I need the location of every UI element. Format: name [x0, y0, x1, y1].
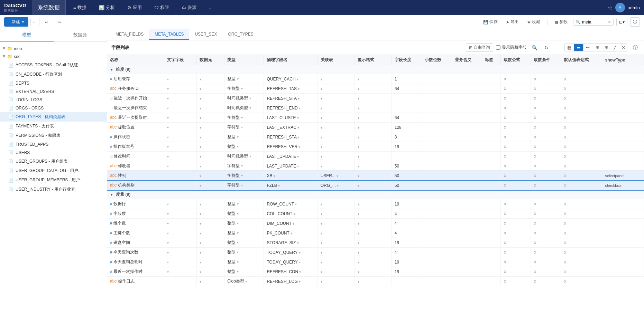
search-input[interactable]: [582, 20, 606, 25]
field-text[interactable]: [164, 277, 197, 286]
field-type[interactable]: 字符型 ▾: [224, 84, 264, 94]
field-phys[interactable]: LAST_UPDATE ▾: [264, 161, 318, 171]
sidebar-item-trusted-apps[interactable]: 📄 TRUSTED_APPS: [0, 140, 107, 149]
field-format[interactable]: ▾: [355, 171, 392, 181]
field-phys[interactable]: LAST_EXTRAC ▾: [264, 123, 318, 132]
field-text[interactable]: ▾: [164, 132, 197, 142]
field-text[interactable]: ▾: [164, 267, 197, 277]
nav-item-data[interactable]: ≡ 数据: [68, 0, 91, 15]
nav-item-more[interactable]: ···: [204, 0, 218, 15]
field-elem[interactable]: ▾: [196, 123, 224, 132]
field-text[interactable]: ▾: [164, 228, 197, 238]
field-phys[interactable]: FZLB ▾: [264, 181, 318, 190]
field-type[interactable]: 整型 ▾: [224, 267, 264, 277]
field-text[interactable]: ▾: [164, 113, 197, 123]
sidebar-item-payments[interactable]: 📄 PAYMENTS - 支付表: [0, 122, 107, 131]
field-format[interactable]: ▾: [355, 152, 392, 161]
field-text[interactable]: ▾: [164, 219, 197, 228]
info-header-button[interactable]: ⓘ: [631, 44, 640, 52]
field-text[interactable]: ▾: [164, 161, 197, 171]
view-tree-button[interactable]: ⊷: [583, 44, 593, 51]
field-text[interactable]: ▾: [164, 257, 197, 267]
tab-model[interactable]: 模型: [0, 29, 54, 41]
nav-item-analysis[interactable]: 📊 分析: [94, 0, 120, 15]
sidebar-item-external-users[interactable]: 📄 EXTERNAL_USERS: [0, 87, 107, 96]
field-format[interactable]: ▾: [355, 267, 392, 277]
info-button[interactable]: ⓘ: [630, 17, 640, 27]
field-elem[interactable]: ▾: [196, 238, 224, 248]
table-row[interactable]: # 今天查询次数 ▾ ▾ 整型 ▾ TODAY_QUERY ▾ ▾ ▾ 4 X: [107, 248, 644, 257]
tab-user-sex[interactable]: USER_SEX: [189, 29, 222, 40]
field-relation[interactable]: ▾: [318, 228, 355, 238]
field-relation[interactable]: ▾: [318, 267, 355, 277]
field-phys[interactable]: TODAY_QUERY ▾: [264, 248, 318, 257]
search-clear-icon[interactable]: ✕: [608, 20, 611, 25]
field-format[interactable]: ▾: [355, 84, 392, 94]
field-relation[interactable]: ▾: [318, 113, 355, 123]
sidebar-folder-mon[interactable]: ▶ 📁 mon: [0, 45, 107, 52]
field-format[interactable]: ▾: [355, 238, 392, 248]
refresh-button[interactable]: ↻: [542, 44, 551, 51]
view-grid-button[interactable]: ▦: [565, 44, 574, 51]
sidebar-folder-sec[interactable]: ▶ 📁 sec: [0, 52, 107, 60]
field-format[interactable]: ▾: [355, 248, 392, 257]
table-row[interactable]: # 磁盘空间 ▾ ▾ 整型 ▾ STORAGE_SIZ ▾ ▾ ▾ 19 X: [107, 238, 644, 248]
table-row[interactable]: # 操作状态 ▾ ▾ 整型 ▾ REFRESH_STA ▾ ▾ ▾ 8 X: [107, 132, 644, 142]
field-phys[interactable]: DIM_COUNT ▾: [264, 219, 318, 228]
field-phys[interactable]: REFRESH_CON ▾: [264, 267, 318, 277]
table-row[interactable]: □ 修改时间 ▾ ▾ 时间戳类型 ▾ LAST_UPDATE ▾ ▾ ▾ X: [107, 152, 644, 161]
field-format[interactable]: ▾: [355, 132, 392, 142]
view-chart3-button[interactable]: ╱: [611, 44, 619, 51]
field-format[interactable]: ▾: [355, 94, 392, 103]
field-elem[interactable]: ▾: [196, 248, 224, 257]
field-text[interactable]: [164, 171, 197, 181]
field-type[interactable]: 整型 ▾: [224, 199, 264, 209]
options-button[interactable]: ···: [553, 44, 562, 51]
sidebar-item-cn-adcode[interactable]: 📄 CN_ADCODE - 行政区划: [0, 70, 107, 79]
field-phys[interactable]: REFRESH_STA ▾: [264, 132, 318, 142]
field-type[interactable]: 字符型 ▾: [224, 161, 264, 171]
field-elem[interactable]: ▾: [196, 103, 224, 113]
field-format[interactable]: ▾: [355, 228, 392, 238]
field-format[interactable]: ▾: [355, 181, 392, 190]
field-relation[interactable]: ▾: [318, 132, 355, 142]
field-relation[interactable]: ▾: [318, 209, 355, 219]
field-text[interactable]: ▾: [164, 74, 197, 84]
sidebar-item-user-group-catalog[interactable]: 📄 USER_GROUP_CATALOG - 用户...: [0, 166, 107, 175]
field-type[interactable]: 整型 ▾: [224, 257, 264, 267]
field-type[interactable]: 整型 ▾: [224, 132, 264, 142]
nav-item-app[interactable]: ⚙ 应用: [122, 0, 147, 15]
sidebar-item-orgs[interactable]: 📄 ORGS - ORGS: [0, 104, 107, 112]
field-phys[interactable]: LAST_UPDATE ▾: [264, 152, 318, 161]
field-elem[interactable]: ▾: [196, 152, 224, 161]
field-type[interactable]: 时间戳类型 ▾: [224, 152, 264, 161]
show-hidden-checkbox[interactable]: [496, 45, 500, 50]
field-type[interactable]: 字符型 ▾: [224, 171, 264, 181]
table-row[interactable]: abc 最近一次提取时 ▾ ▾ 字符型 ▾ LAST_CLUSTE ▾ ▾ ▾ …: [107, 113, 644, 123]
field-format[interactable]: ▾: [355, 103, 392, 113]
field-relation[interactable]: ▾: [318, 277, 355, 286]
field-type[interactable]: 整型 ▾: [224, 142, 264, 152]
field-phys[interactable]: REFRESH_VER ▾: [264, 142, 318, 152]
field-format[interactable]: ▾: [355, 142, 392, 152]
field-relation[interactable]: ▾: [318, 123, 355, 132]
field-relation[interactable]: ▾: [318, 94, 355, 103]
collect-action[interactable]: ★ 收藏: [524, 18, 543, 26]
field-elem[interactable]: ▾: [196, 228, 224, 238]
field-format[interactable]: ▾: [355, 219, 392, 228]
field-format[interactable]: ▾: [355, 113, 392, 123]
field-relation[interactable]: USER... ▾: [318, 171, 355, 181]
more-options-button[interactable]: ···: [30, 18, 39, 26]
field-elem[interactable]: ▾: [196, 113, 224, 123]
field-text[interactable]: ▾: [164, 123, 197, 132]
table-row[interactable]: abc 操作日志 ▾ Clob类型 ▾ REFRESH_LOG ▾ ▾ ▾ X: [107, 277, 644, 286]
field-phys[interactable]: STORAGE_SIZ ▾: [264, 238, 318, 248]
table-row[interactable]: abc 修改者 ▾ ▾ 字符型 ▾ LAST_UPDATE ▾ ▾ ▾ 50 X: [107, 161, 644, 171]
new-button[interactable]: + 新建 ▼: [4, 17, 28, 27]
field-text[interactable]: ▾: [164, 209, 197, 219]
field-phys[interactable]: REFRESH_LOG ▾: [264, 277, 318, 286]
field-type[interactable]: 整型 ▾: [224, 228, 264, 238]
table-row[interactable]: abc 机构类别 ▾ 字符型 ▾ FZLB ▾ ORG_... ▾ ▾ 50 X: [107, 181, 644, 190]
field-elem[interactable]: ▾: [196, 84, 224, 94]
field-elem[interactable]: ▾: [196, 209, 224, 219]
